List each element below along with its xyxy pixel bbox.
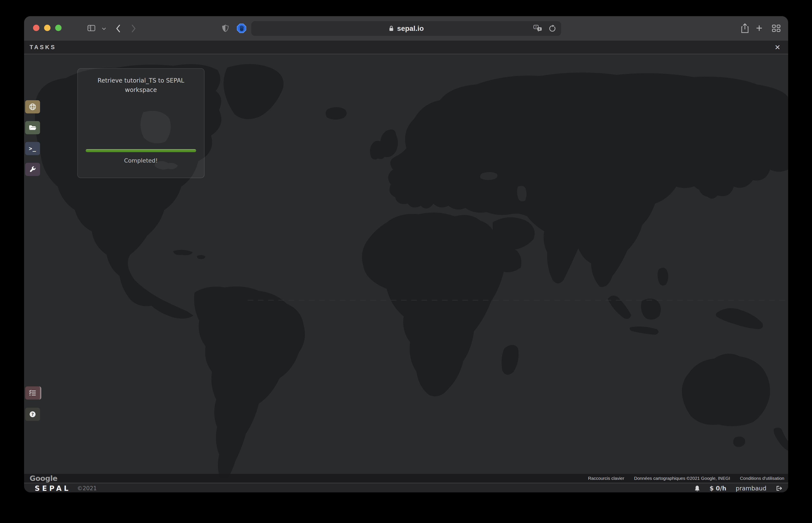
tab-overview-icon[interactable] — [771, 23, 781, 33]
privacy-shield-icon[interactable] — [222, 24, 229, 33]
sidebar-item-terminal[interactable]: >_ — [25, 142, 40, 155]
screen: sepal.io A — [0, 0, 812, 523]
terminal-icon: >_ — [29, 145, 36, 152]
sidebar-item-tasks[interactable] — [25, 386, 41, 400]
sidebar-item-files[interactable] — [25, 121, 40, 134]
browser-window: sepal.io A — [24, 16, 788, 492]
keyboard-shortcuts-link[interactable]: Raccourcis clavier — [588, 476, 624, 481]
zoom-window-button[interactable] — [55, 25, 62, 31]
traffic-lights — [33, 25, 62, 31]
share-icon[interactable] — [740, 23, 749, 34]
browser-toolbar: sepal.io A — [24, 16, 788, 41]
reload-icon[interactable] — [549, 24, 556, 33]
new-tab-icon[interactable]: + — [756, 22, 762, 34]
username-text[interactable]: prambaud — [736, 485, 766, 492]
url-text: sepal.io — [397, 24, 424, 33]
back-button[interactable] — [115, 24, 121, 33]
tasks-panel-header: TASKS ✕ — [24, 41, 788, 54]
task-title: Retrieve tutorial_TS to SEPAL workspace — [90, 76, 192, 95]
globe-icon — [29, 103, 36, 111]
svg-text:A: A — [535, 25, 537, 29]
map-attribution-bar: Google Raccourcis clavier Données cartog… — [24, 474, 788, 483]
help-icon: ? — [29, 411, 36, 418]
sidebar-toggle-icon[interactable] — [87, 24, 96, 32]
tasks-panel-title: TASKS — [30, 44, 56, 51]
notifications-bell-icon[interactable] — [694, 485, 700, 491]
task-card: Retrieve tutorial_TS to SEPAL workspace … — [77, 68, 205, 178]
sidebar-item-help[interactable]: ? — [25, 408, 40, 421]
logout-icon[interactable] — [776, 485, 783, 491]
sidebar-item-apps[interactable] — [25, 163, 40, 176]
minimize-window-button[interactable] — [44, 25, 51, 31]
task-status-text: Completed! — [78, 157, 204, 164]
folder-open-icon — [29, 124, 37, 131]
map-data-text: Données cartographiques ©2021 Google, IN… — [634, 476, 730, 481]
translate-icon[interactable]: A — [533, 25, 543, 32]
chevron-down-icon[interactable] — [102, 27, 106, 30]
sepal-brand: SEPAL — [35, 484, 71, 492]
task-progress-fill — [86, 149, 196, 152]
terms-of-use-link[interactable]: Conditions d'utilisation — [740, 476, 784, 481]
task-progress-bar — [86, 149, 196, 152]
close-panel-icon[interactable]: ✕ — [773, 42, 782, 52]
address-bar[interactable]: sepal.io A — [252, 21, 561, 36]
svg-text:?: ? — [31, 412, 34, 417]
content-blocker-extension-icon[interactable] — [237, 23, 246, 33]
task-list-icon — [29, 390, 36, 396]
app-footer: SEPAL ©2021 $ 0/h prambaud — [24, 483, 788, 492]
forward-button[interactable] — [131, 24, 137, 33]
lock-icon — [388, 25, 394, 32]
usage-cost-text[interactable]: $ 0/h — [710, 485, 726, 492]
close-window-button[interactable] — [33, 25, 39, 31]
copyright-text: ©2021 — [77, 485, 97, 491]
google-logo[interactable]: Google — [30, 474, 57, 483]
wrench-icon — [29, 166, 36, 173]
map-canvas[interactable]: Retrieve tutorial_TS to SEPAL workspace … — [24, 54, 788, 483]
sidebar-item-process[interactable] — [25, 100, 40, 113]
